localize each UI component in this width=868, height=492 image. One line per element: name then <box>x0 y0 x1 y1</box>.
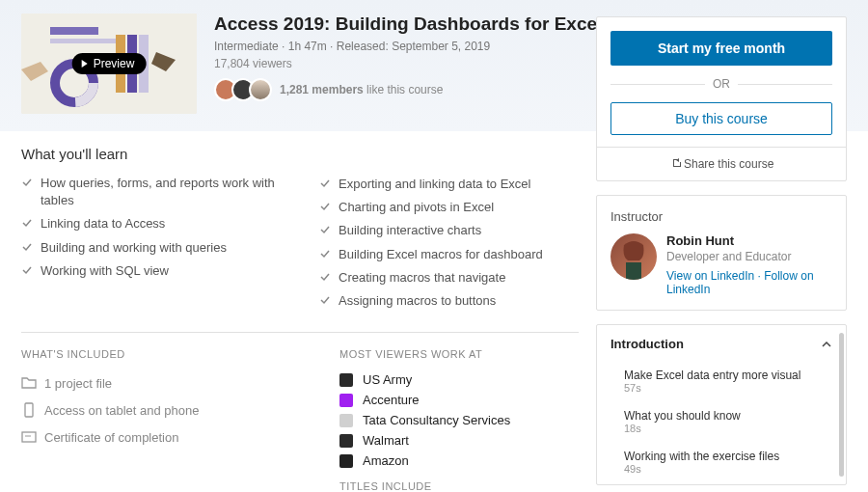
likes-row: 1,281 members like this course <box>214 78 602 101</box>
learn-item: Building and working with queries <box>21 236 281 260</box>
scrollbar[interactable] <box>839 333 844 477</box>
instructor-name: Robin Hunt <box>666 233 832 248</box>
play-icon <box>80 59 90 68</box>
instructor-card: Instructor Robin Hunt Developer and Educ… <box>596 195 847 311</box>
check-icon <box>319 201 331 212</box>
svg-rect-2 <box>50 39 118 43</box>
company-item: Walmart <box>339 430 579 451</box>
svg-rect-1 <box>50 27 98 35</box>
learn-item: Working with SQL view <box>21 260 281 283</box>
course-title: Access 2019: Building Dashboards for Exc… <box>214 14 602 35</box>
course-info: Access 2019: Building Dashboards for Exc… <box>214 14 602 114</box>
chevron-up-icon <box>821 339 832 350</box>
svg-rect-8 <box>25 403 33 417</box>
lesson-item[interactable]: Working with the exercise files49s <box>597 444 846 484</box>
learn-item: Charting and pivots in Excel <box>319 196 579 219</box>
lesson-item[interactable]: What you should know18s <box>597 403 846 444</box>
company-item: Tata Consultancy Services <box>339 410 579 430</box>
device-icon <box>21 402 37 418</box>
learn-item: Linking data to Access <box>21 212 281 235</box>
viewers-count: 17,804 viewers <box>214 57 602 70</box>
learn-item: Exporting and linking data to Excel <box>319 173 579 196</box>
company-item: US Army <box>339 369 579 390</box>
share-course-button[interactable]: Share this course <box>597 147 846 180</box>
check-icon <box>319 271 331 283</box>
check-icon <box>21 241 33 253</box>
course-thumbnail[interactable]: Preview <box>21 14 197 114</box>
preview-button[interactable]: Preview <box>72 53 147 74</box>
cta-card: Start my free month OR Buy this course S… <box>596 16 847 181</box>
check-icon <box>319 224 331 235</box>
svg-rect-12 <box>626 262 641 280</box>
course-meta: Intermediate · 1h 47m · Released: Septem… <box>214 40 602 53</box>
chapters-card: Introduction Make Excel data entry more … <box>596 324 847 485</box>
avatar <box>249 78 272 101</box>
view-linkedin-link[interactable]: View on LinkedIn <box>666 269 754 283</box>
viewers-work-at: Most Viewers Work At US ArmyAccentureTat… <box>339 348 579 492</box>
check-icon <box>319 248 331 260</box>
check-icon <box>21 264 33 276</box>
check-icon <box>319 178 331 189</box>
check-icon <box>21 217 33 229</box>
svg-rect-9 <box>22 432 36 442</box>
folder-icon <box>21 375 37 391</box>
whats-included: What's Included 1 project file Access on… <box>21 348 291 492</box>
company-item: Amazon <box>339 451 579 471</box>
instructor-avatar[interactable] <box>610 233 657 280</box>
certificate-icon <box>21 429 37 445</box>
start-free-month-button[interactable]: Start my free month <box>610 31 832 66</box>
company-item: Accenture <box>339 390 579 410</box>
share-icon <box>669 157 681 169</box>
learn-item: Assigning macros to buttons <box>319 289 579 313</box>
learn-item: Building interactive charts <box>319 219 579 242</box>
learn-heading: What you'll learn <box>21 146 281 162</box>
check-icon <box>319 294 331 306</box>
learn-item: How queries, forms, and reports work wit… <box>21 172 281 212</box>
learn-item: Building Excel macros for dashboard <box>319 243 579 266</box>
what-youll-learn: What you'll learn How queries, forms, an… <box>21 146 579 333</box>
learn-item: Creating macros that navigate <box>319 266 579 289</box>
instructor-role: Developer and Educator <box>666 250 832 263</box>
buy-course-button[interactable]: Buy this course <box>610 102 832 135</box>
check-icon <box>21 177 33 188</box>
chapter-toggle[interactable]: Introduction <box>597 325 846 363</box>
lesson-item[interactable]: Make Excel data entry more visual57s <box>597 363 846 403</box>
